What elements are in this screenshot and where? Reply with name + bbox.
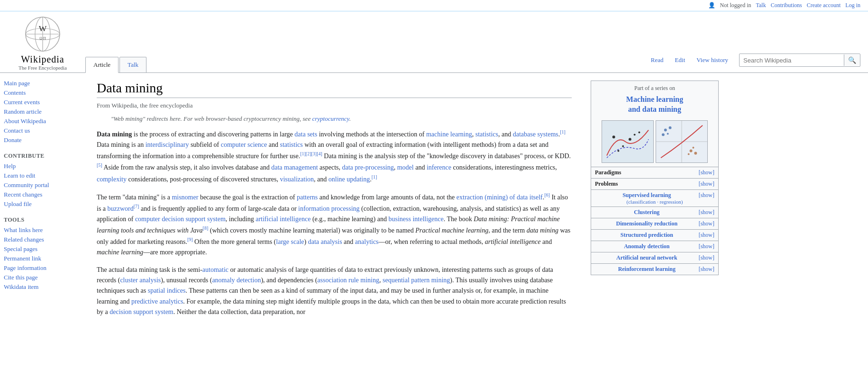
cite-6[interactable]: [6] — [544, 192, 550, 197]
cite-1[interactable]: [1] — [560, 129, 566, 135]
sidebar-item-random-article[interactable]: Random article — [4, 107, 82, 117]
right-sidebar-box: Part of a series on Machine learningand … — [591, 81, 719, 275]
link-anomaly-detection[interactable]: anomaly detection — [212, 277, 261, 284]
sidebar-item-page-information[interactable]: Page information — [4, 263, 82, 273]
cite-1234[interactable]: [1][2][3][4] — [300, 151, 322, 156]
dimensionality-show[interactable]: [show] — [699, 220, 714, 227]
sidebar-item-recent-changes[interactable]: Recent changes — [4, 190, 82, 199]
tab-article[interactable]: Article — [85, 57, 119, 73]
right-box-title-link[interactable]: Machine learningand data mining — [626, 95, 683, 113]
paradigms-label: Paradigms — [595, 169, 621, 176]
link-machine-learning[interactable]: machine learning — [426, 131, 472, 138]
sidebar-item-donate[interactable]: Donate — [4, 135, 82, 145]
sidebar-item-about-wikipedia[interactable]: About Wikipedia — [4, 117, 82, 126]
problems-show[interactable]: [show] — [699, 180, 714, 188]
link-statistics-2[interactable]: statistics — [280, 141, 302, 148]
link-decision-support[interactable]: computer decision support system — [135, 215, 226, 223]
link-predictive-analytics[interactable]: predictive analytics — [131, 298, 183, 305]
anomaly-show[interactable]: [show] — [699, 243, 714, 250]
article-paragraph-2: The term "data mining" is a misnomer bec… — [97, 191, 572, 258]
sidebar-item-help[interactable]: Help — [4, 162, 82, 171]
link-patterns[interactable]: patterns — [297, 193, 318, 200]
sidebar-item-special-pages[interactable]: Special pages — [4, 244, 82, 254]
sidebar-item-upload-file[interactable]: Upload file — [4, 199, 82, 209]
link-database-systems[interactable]: database systems — [513, 131, 558, 138]
sidebar-item-related-changes[interactable]: Related changes — [4, 235, 82, 244]
cite-8[interactable]: [8] — [203, 225, 209, 231]
tab-talk[interactable]: Talk — [119, 57, 146, 72]
link-association-rule-mining[interactable]: association rule mining — [317, 277, 379, 284]
alt-title-italic: Practical machine learning — [415, 227, 488, 234]
sidebar: Main page Contents Current events Random… — [0, 73, 85, 332]
link-ai[interactable]: artificial intelligence — [256, 215, 311, 223]
action-read[interactable]: Read — [646, 54, 669, 67]
sidebar-item-permanent-link[interactable]: Permanent link — [4, 254, 82, 263]
reinforcement-label[interactable]: Reinforcement learning — [595, 266, 699, 273]
ann-label[interactable]: Artificial neural network — [595, 254, 699, 261]
link-complexity[interactable]: complexity — [97, 175, 127, 182]
top-bar: 👤 Not logged in Talk Contributions Creat… — [0, 0, 868, 11]
structured-show[interactable]: [show] — [699, 232, 714, 239]
ml-italic: machine learning — [97, 249, 143, 256]
structured-label[interactable]: Structured prediction — [595, 232, 699, 239]
cite-9[interactable]: [9] — [187, 237, 193, 242]
create-account-link[interactable]: Create account — [807, 2, 841, 9]
sidebar-item-cite-this-page[interactable]: Cite this page — [4, 273, 82, 282]
link-business-intelligence[interactable]: business intelligence — [388, 215, 443, 223]
link-model[interactable]: model — [397, 164, 414, 171]
paradigms-show[interactable]: [show] — [699, 169, 714, 176]
supervised-label[interactable]: Supervised learning — [595, 192, 699, 199]
talk-link[interactable]: Talk — [756, 2, 766, 9]
sidebar-item-wikidata-item[interactable]: Wikidata item — [4, 282, 82, 292]
hatnote-link[interactable]: cryptocurrency — [312, 115, 349, 122]
link-data-preprocessing[interactable]: data pre-processing — [342, 164, 393, 171]
search-button[interactable]: 🔍 — [844, 54, 860, 66]
link-inference[interactable]: inference — [427, 164, 451, 171]
cite-7[interactable]: [7] — [134, 204, 139, 209]
link-large-scale[interactable]: large scale — [276, 238, 304, 245]
link-buzzword[interactable]: buzzword — [108, 205, 134, 212]
sidebar-item-contents[interactable]: Contents — [4, 88, 82, 98]
supervised-show[interactable]: [show] — [699, 192, 714, 199]
link-interdisciplinary[interactable]: interdisciplinary — [146, 141, 189, 148]
sidebar-item-current-events[interactable]: Current events — [4, 98, 82, 107]
ann-show[interactable]: [show] — [699, 254, 714, 261]
link-data-sets[interactable]: data sets — [294, 131, 317, 138]
link-misnomer[interactable]: misnomer — [172, 193, 198, 200]
contributions-link[interactable]: Contributions — [771, 2, 802, 9]
link-automatic[interactable]: automatic — [202, 266, 228, 273]
link-data-management[interactable]: data management — [271, 164, 318, 171]
link-statistics[interactable]: statistics — [475, 131, 498, 138]
link-analytics[interactable]: analytics — [355, 238, 379, 245]
link-computer-science[interactable]: computer science — [221, 141, 267, 148]
action-view-history[interactable]: View history — [691, 54, 733, 67]
sidebar-item-learn-to-edit[interactable]: Learn to edit — [4, 171, 82, 180]
reinforcement-show[interactable]: [show] — [699, 266, 714, 273]
link-data-analysis[interactable]: data analysis — [308, 238, 342, 245]
link-information-processing[interactable]: information processing — [298, 205, 359, 212]
sidebar-item-community-portal[interactable]: Community portal — [4, 180, 82, 190]
link-sequential-pattern-mining[interactable]: sequential pattern mining — [383, 277, 450, 284]
supervised-sublabel: (classification · regression) — [627, 199, 683, 205]
search-input[interactable] — [740, 55, 844, 66]
svg-point-9 — [622, 145, 624, 147]
article-paragraph-1: Data mining is the process of extracting… — [97, 128, 572, 185]
link-extraction[interactable]: extraction (mining) of data itself — [457, 193, 543, 200]
action-edit[interactable]: Edit — [670, 54, 691, 67]
sidebar-item-what-links-here[interactable]: What links here — [4, 225, 82, 235]
dimensionality-label[interactable]: Dimensionality reduction — [595, 220, 699, 227]
svg-point-24 — [688, 153, 690, 155]
link-online-updating[interactable]: online updating — [329, 175, 370, 182]
cite-5[interactable]: [5] — [97, 162, 102, 168]
sidebar-item-main-page[interactable]: Main page — [4, 79, 82, 88]
link-cluster-analysis[interactable]: cluster analysis — [120, 277, 161, 284]
clustering-show[interactable]: [show] — [699, 209, 714, 216]
sidebar-item-contact-us[interactable]: Contact us — [4, 126, 82, 135]
link-decision-support-system[interactable]: decision support system — [110, 308, 174, 315]
link-spatial-indices[interactable]: spatial indices — [148, 287, 186, 294]
link-visualization[interactable]: visualization — [280, 175, 314, 182]
anomaly-label[interactable]: Anomaly detection — [595, 243, 699, 250]
login-link[interactable]: Log in — [845, 2, 860, 9]
clustering-label[interactable]: Clustering — [595, 209, 699, 216]
cite-1b[interactable]: [1] — [372, 174, 377, 180]
